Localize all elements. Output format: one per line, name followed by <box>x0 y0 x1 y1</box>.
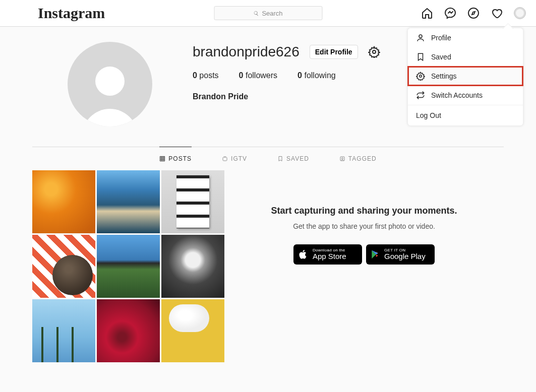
dropdown-logout[interactable]: Log Out <box>408 105 523 125</box>
tab-saved-label: SAVED <box>286 155 309 162</box>
svg-rect-5 <box>223 157 227 161</box>
sample-tile <box>161 170 224 233</box>
posts-stat: 0 posts <box>193 71 219 80</box>
dropdown-logout-label: Log Out <box>416 111 441 119</box>
tab-tagged-label: TAGGED <box>348 155 377 162</box>
search-input[interactable]: Search <box>214 6 322 20</box>
sample-tile <box>32 299 95 362</box>
sample-tile <box>32 235 95 298</box>
dropdown-settings-label: Settings <box>431 72 457 80</box>
explore-icon[interactable] <box>467 7 480 19</box>
svg-point-2 <box>420 75 422 78</box>
search-placeholder: Search <box>262 10 282 17</box>
google-play-icon <box>370 249 380 259</box>
svg-point-0 <box>468 8 479 18</box>
google-play-badge[interactable]: GET IT ONGoogle Play <box>366 244 435 265</box>
igtv-icon <box>222 156 228 162</box>
sample-tile <box>32 170 95 233</box>
sample-tile <box>161 235 224 298</box>
profile-dropdown: Profile Saved Settings Switch Accounts L… <box>407 28 523 126</box>
heart-icon[interactable] <box>491 7 503 19</box>
username: brandonpride626 <box>193 44 300 60</box>
apple-icon <box>297 249 309 260</box>
gplay-line2: Google Play <box>384 252 426 260</box>
sample-tile <box>161 299 224 362</box>
dropdown-settings[interactable]: Settings <box>408 67 523 86</box>
promo-headline: Start capturing and sharing your moments… <box>240 206 489 216</box>
following-stat[interactable]: 0 following <box>297 71 336 80</box>
dropdown-switch-accounts[interactable]: Switch Accounts <box>408 86 523 105</box>
svg-rect-6 <box>340 157 344 161</box>
dropdown-switch-label: Switch Accounts <box>431 91 483 99</box>
bookmark-icon <box>277 156 283 162</box>
svg-point-1 <box>419 35 422 38</box>
user-icon <box>416 33 425 42</box>
dropdown-profile[interactable]: Profile <box>408 28 523 47</box>
messenger-icon[interactable] <box>444 7 456 19</box>
promo-subtext: Get the app to share your first photo or… <box>240 222 489 230</box>
tab-posts-label: POSTS <box>168 155 192 162</box>
settings-gear-icon[interactable] <box>368 46 380 58</box>
tab-igtv[interactable]: IGTV <box>222 147 247 170</box>
followers-stat[interactable]: 0 followers <box>239 71 277 80</box>
instagram-logo[interactable]: Instagram <box>38 5 105 22</box>
svg-point-3 <box>373 50 376 53</box>
gear-icon <box>416 72 425 81</box>
dropdown-saved[interactable]: Saved <box>408 47 523 67</box>
profile-avatar[interactable] <box>68 42 152 126</box>
tab-saved[interactable]: SAVED <box>277 147 309 170</box>
tab-tagged[interactable]: TAGGED <box>339 147 377 170</box>
tab-igtv-label: IGTV <box>231 155 247 162</box>
svg-rect-4 <box>160 157 165 161</box>
bookmark-icon <box>416 52 425 61</box>
appstore-line2: App Store <box>313 252 346 260</box>
tagged-icon <box>339 156 345 162</box>
home-icon[interactable] <box>421 7 433 19</box>
edit-profile-button[interactable]: Edit Profile <box>310 45 358 59</box>
empty-state-promo: Start capturing and sharing your moments… <box>224 170 504 362</box>
svg-point-7 <box>341 158 343 159</box>
tab-posts[interactable]: POSTS <box>159 147 192 170</box>
top-navbar: Instagram Search <box>0 0 536 27</box>
dropdown-profile-label: Profile <box>431 34 451 42</box>
sample-tile <box>97 170 160 233</box>
app-store-badge[interactable]: Download on theApp Store <box>293 244 362 265</box>
search-icon <box>253 11 259 16</box>
sample-tile <box>97 235 160 298</box>
nav-icons <box>421 7 526 19</box>
profile-avatar-icon[interactable] <box>514 7 526 19</box>
profile-tabs: POSTS IGTV SAVED TAGGED <box>32 147 504 170</box>
sample-posts-grid <box>32 170 224 362</box>
dropdown-saved-label: Saved <box>431 53 451 61</box>
sample-tile <box>97 299 160 362</box>
switch-icon <box>416 91 425 100</box>
grid-icon <box>159 156 165 162</box>
